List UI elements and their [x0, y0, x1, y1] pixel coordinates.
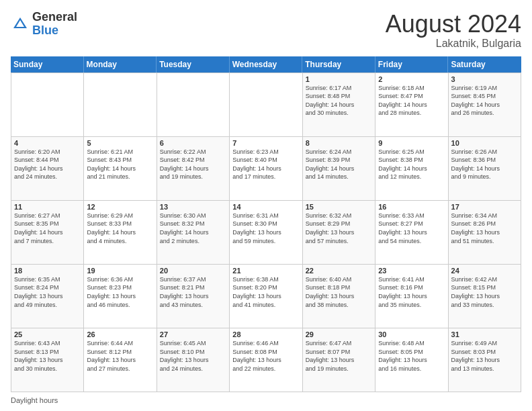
- calendar: SundayMondayTuesdayWednesdayThursdayFrid…: [11, 56, 521, 392]
- day-number: 11: [14, 203, 81, 211]
- day-number: 20: [160, 267, 226, 275]
- logo-text: General Blue: [32, 11, 77, 38]
- calendar-row: 1Sunrise: 6:17 AM Sunset: 8:48 PM Daylig…: [11, 73, 521, 137]
- day-number: 3: [451, 75, 518, 83]
- day-number: 9: [378, 139, 445, 147]
- logo-general: General: [32, 11, 77, 24]
- calendar-cell: [157, 73, 230, 137]
- calendar-cell: 11Sunrise: 6:27 AM Sunset: 8:35 PM Dayli…: [11, 201, 84, 265]
- day-number: 14: [232, 203, 299, 211]
- day-number: 19: [87, 267, 153, 275]
- day-number: 29: [306, 330, 372, 338]
- day-number: 2: [378, 75, 445, 83]
- day-number: 26: [87, 330, 153, 338]
- day-info: Sunrise: 6:35 AM Sunset: 8:24 PM Dayligh…: [14, 275, 81, 309]
- calendar-cell: [230, 73, 302, 137]
- day-number: 1: [306, 75, 372, 83]
- day-number: 18: [14, 267, 81, 275]
- calendar-cell: 29Sunrise: 6:47 AM Sunset: 8:07 PM Dayli…: [303, 328, 375, 392]
- calendar-header-cell: Friday: [375, 56, 449, 73]
- subtitle: Lakatnik, Bulgaria: [386, 38, 521, 50]
- calendar-cell: 17Sunrise: 6:34 AM Sunset: 8:26 PM Dayli…: [449, 201, 521, 265]
- day-info: Sunrise: 6:20 AM Sunset: 8:44 PM Dayligh…: [14, 148, 81, 181]
- calendar-cell: 7Sunrise: 6:23 AM Sunset: 8:40 PM Daylig…: [230, 137, 302, 201]
- day-info: Sunrise: 6:33 AM Sunset: 8:27 PM Dayligh…: [378, 212, 445, 245]
- day-info: Sunrise: 6:36 AM Sunset: 8:23 PM Dayligh…: [87, 275, 153, 309]
- calendar-cell: 4Sunrise: 6:20 AM Sunset: 8:44 PM Daylig…: [11, 137, 84, 201]
- calendar-header-cell: Wednesday: [230, 56, 303, 73]
- logo-icon: [11, 15, 30, 34]
- day-number: 28: [232, 330, 299, 338]
- day-info: Sunrise: 6:46 AM Sunset: 8:08 PM Dayligh…: [232, 339, 299, 373]
- day-info: Sunrise: 6:19 AM Sunset: 8:45 PM Dayligh…: [451, 84, 518, 118]
- calendar-cell: 6Sunrise: 6:22 AM Sunset: 8:42 PM Daylig…: [157, 137, 230, 201]
- calendar-row: 25Sunrise: 6:43 AM Sunset: 8:13 PM Dayli…: [11, 328, 521, 392]
- calendar-header-cell: Monday: [84, 56, 157, 73]
- calendar-cell: 22Sunrise: 6:40 AM Sunset: 8:18 PM Dayli…: [303, 265, 375, 328]
- calendar-cell: 15Sunrise: 6:32 AM Sunset: 8:29 PM Dayli…: [303, 201, 375, 265]
- day-number: 12: [87, 203, 153, 211]
- day-info: Sunrise: 6:47 AM Sunset: 8:07 PM Dayligh…: [306, 339, 372, 373]
- calendar-cell: 14Sunrise: 6:31 AM Sunset: 8:30 PM Dayli…: [230, 201, 302, 265]
- day-info: Sunrise: 6:22 AM Sunset: 8:42 PM Dayligh…: [160, 148, 226, 181]
- calendar-cell: 16Sunrise: 6:33 AM Sunset: 8:27 PM Dayli…: [375, 201, 448, 265]
- day-info: Sunrise: 6:31 AM Sunset: 8:30 PM Dayligh…: [232, 212, 299, 245]
- day-number: 15: [306, 203, 372, 211]
- calendar-header-cell: Thursday: [302, 56, 375, 73]
- day-info: Sunrise: 6:24 AM Sunset: 8:39 PM Dayligh…: [306, 148, 372, 181]
- calendar-row: 4Sunrise: 6:20 AM Sunset: 8:44 PM Daylig…: [11, 137, 521, 201]
- calendar-cell: 12Sunrise: 6:29 AM Sunset: 8:33 PM Dayli…: [84, 201, 157, 265]
- day-number: 4: [14, 139, 81, 147]
- day-info: Sunrise: 6:21 AM Sunset: 8:43 PM Dayligh…: [87, 148, 153, 181]
- day-info: Sunrise: 6:40 AM Sunset: 8:18 PM Dayligh…: [306, 275, 372, 309]
- day-info: Sunrise: 6:23 AM Sunset: 8:40 PM Dayligh…: [232, 148, 299, 181]
- page: General Blue August 2024 Lakatnik, Bulga…: [0, 0, 532, 411]
- day-info: Sunrise: 6:18 AM Sunset: 8:47 PM Dayligh…: [378, 84, 445, 118]
- calendar-cell: 27Sunrise: 6:45 AM Sunset: 8:10 PM Dayli…: [157, 328, 230, 392]
- day-info: Sunrise: 6:25 AM Sunset: 8:38 PM Dayligh…: [378, 148, 445, 181]
- day-number: 21: [232, 267, 299, 275]
- calendar-cell: 26Sunrise: 6:44 AM Sunset: 8:12 PM Dayli…: [84, 328, 157, 392]
- day-number: 23: [378, 267, 445, 275]
- day-number: 10: [451, 139, 518, 147]
- day-info: Sunrise: 6:38 AM Sunset: 8:20 PM Dayligh…: [232, 275, 299, 309]
- calendar-header-cell: Tuesday: [157, 56, 230, 73]
- calendar-header-cell: Sunday: [11, 56, 84, 73]
- calendar-cell: 10Sunrise: 6:26 AM Sunset: 8:36 PM Dayli…: [449, 137, 521, 201]
- day-number: 17: [451, 203, 518, 211]
- day-info: Sunrise: 6:30 AM Sunset: 8:32 PM Dayligh…: [160, 212, 226, 245]
- day-info: Sunrise: 6:26 AM Sunset: 8:36 PM Dayligh…: [451, 148, 518, 181]
- calendar-cell: [11, 73, 84, 137]
- calendar-cell: 24Sunrise: 6:42 AM Sunset: 8:15 PM Dayli…: [449, 265, 521, 328]
- logo: General Blue: [11, 11, 77, 38]
- calendar-cell: 1Sunrise: 6:17 AM Sunset: 8:48 PM Daylig…: [303, 73, 375, 137]
- day-info: Sunrise: 6:43 AM Sunset: 8:13 PM Dayligh…: [14, 339, 81, 373]
- day-number: 30: [378, 330, 445, 338]
- calendar-body: 1Sunrise: 6:17 AM Sunset: 8:48 PM Daylig…: [11, 73, 521, 392]
- header: General Blue August 2024 Lakatnik, Bulga…: [11, 11, 521, 50]
- calendar-header: SundayMondayTuesdayWednesdayThursdayFrid…: [11, 56, 521, 73]
- calendar-cell: 31Sunrise: 6:49 AM Sunset: 8:03 PM Dayli…: [449, 328, 521, 392]
- calendar-cell: 25Sunrise: 6:43 AM Sunset: 8:13 PM Dayli…: [11, 328, 84, 392]
- title-block: August 2024 Lakatnik, Bulgaria: [386, 11, 521, 50]
- main-title: August 2024: [386, 11, 521, 38]
- footer: Daylight hours: [11, 396, 521, 404]
- calendar-cell: 3Sunrise: 6:19 AM Sunset: 8:45 PM Daylig…: [449, 73, 521, 137]
- day-info: Sunrise: 6:34 AM Sunset: 8:26 PM Dayligh…: [451, 212, 518, 245]
- day-info: Sunrise: 6:45 AM Sunset: 8:10 PM Dayligh…: [160, 339, 226, 373]
- day-number: 8: [306, 139, 372, 147]
- day-info: Sunrise: 6:32 AM Sunset: 8:29 PM Dayligh…: [306, 212, 372, 245]
- day-number: 25: [14, 330, 81, 338]
- day-info: Sunrise: 6:37 AM Sunset: 8:21 PM Dayligh…: [160, 275, 226, 309]
- calendar-cell: 13Sunrise: 6:30 AM Sunset: 8:32 PM Dayli…: [157, 201, 230, 265]
- day-number: 6: [160, 139, 226, 147]
- day-number: 22: [306, 267, 372, 275]
- day-info: Sunrise: 6:48 AM Sunset: 8:05 PM Dayligh…: [378, 339, 445, 373]
- day-info: Sunrise: 6:17 AM Sunset: 8:48 PM Dayligh…: [306, 84, 372, 118]
- day-number: 31: [451, 330, 518, 338]
- day-number: 7: [232, 139, 299, 147]
- calendar-cell: 2Sunrise: 6:18 AM Sunset: 8:47 PM Daylig…: [375, 73, 448, 137]
- calendar-cell: 28Sunrise: 6:46 AM Sunset: 8:08 PM Dayli…: [230, 328, 302, 392]
- day-info: Sunrise: 6:42 AM Sunset: 8:15 PM Dayligh…: [451, 275, 518, 309]
- day-info: Sunrise: 6:49 AM Sunset: 8:03 PM Dayligh…: [451, 339, 518, 373]
